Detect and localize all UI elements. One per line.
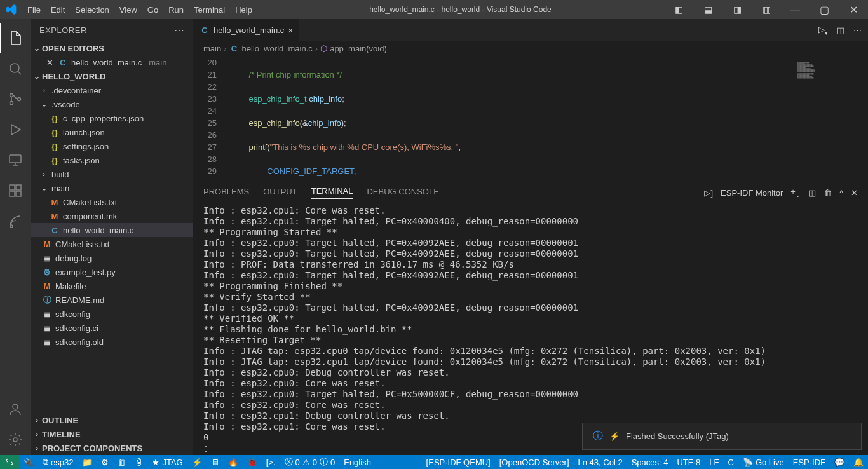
terminal-launch-icon[interactable]: ▷] bbox=[704, 188, 713, 198]
file-readme[interactable]: ⓘREADME.md bbox=[31, 293, 193, 307]
status-openocd[interactable]: [OpenOCD Server] bbox=[495, 455, 574, 469]
more-actions-icon[interactable]: ⋯ bbox=[853, 25, 862, 35]
remote-indicator[interactable] bbox=[0, 455, 19, 469]
tab-problems[interactable]: PROBLEMS bbox=[203, 187, 249, 199]
layout-left-icon[interactable]: ◧ bbox=[663, 0, 693, 19]
status-eol[interactable]: LF bbox=[705, 455, 723, 469]
file-makefile[interactable]: MMakefile bbox=[31, 279, 193, 293]
status-cursor-position[interactable]: Ln 43, Col 2 bbox=[574, 455, 627, 469]
menu-help[interactable]: Help bbox=[230, 0, 257, 19]
status-build-icon[interactable]: 🛢 bbox=[130, 455, 147, 469]
file-debug-log[interactable]: ≣debug.log bbox=[31, 251, 193, 265]
status-encoding[interactable]: UTF-8 bbox=[672, 455, 705, 469]
folder-build[interactable]: ›build bbox=[31, 167, 193, 181]
notification-toast[interactable]: ⓘ ⚡ Flashed Successfully (JTag) bbox=[582, 423, 862, 450]
file-cmakelists-root[interactable]: MCMakeLists.txt bbox=[31, 237, 193, 251]
menu-edit[interactable]: Edit bbox=[46, 0, 70, 19]
new-terminal-icon[interactable]: +⌄ bbox=[790, 187, 801, 198]
tab-terminal[interactable]: TERMINAL bbox=[311, 186, 353, 199]
status-indentation[interactable]: Spaces: 4 bbox=[627, 455, 673, 469]
timeline-section[interactable]: ›TIMELINE bbox=[31, 427, 193, 441]
status-feedback-icon[interactable]: 💬 bbox=[830, 455, 849, 469]
status-qemu[interactable]: [ESP-IDF QEMU] bbox=[422, 455, 495, 469]
status-monitor-icon[interactable]: 🖥 bbox=[207, 455, 224, 469]
status-flash-icon[interactable]: ⚡ bbox=[187, 455, 207, 469]
layout-right-icon[interactable]: ◨ bbox=[722, 0, 751, 19]
tab-debug-console[interactable]: DEBUG CONSOLE bbox=[367, 187, 438, 199]
close-editor-icon[interactable]: ✕ bbox=[44, 58, 55, 67]
minimap[interactable]: ████████████████████████████████████████… bbox=[792, 55, 868, 182]
file-sdkconfig-ci[interactable]: ≣sdkconfig.ci bbox=[31, 321, 193, 335]
open-editors-section[interactable]: ⌄OPEN EDITORS bbox=[31, 41, 193, 55]
status-golive[interactable]: 📡 Go Live bbox=[738, 455, 789, 469]
espressif-icon[interactable] bbox=[0, 206, 31, 236]
explorer-icon[interactable] bbox=[0, 23, 31, 53]
split-editor-icon[interactable]: ◫ bbox=[837, 25, 844, 35]
file-hello-world-main[interactable]: Chello_world_main.c bbox=[31, 223, 193, 237]
status-bell-icon[interactable]: 🔔 bbox=[849, 455, 868, 469]
maximize-panel-icon[interactable]: ^ bbox=[839, 188, 843, 198]
status-language-mode[interactable]: English bbox=[339, 455, 376, 469]
menu-run[interactable]: Run bbox=[163, 0, 189, 19]
accounts-icon[interactable] bbox=[0, 394, 31, 425]
minimize-icon[interactable]: — bbox=[780, 0, 810, 19]
outline-section[interactable]: ›OUTLINE bbox=[31, 413, 193, 427]
status-target[interactable]: ⧉ esp32 bbox=[38, 455, 78, 469]
status-terminal-icon[interactable]: [>. bbox=[262, 455, 280, 469]
breadcrumb[interactable]: main› Chello_world_main.c› ⬡app_main(voi… bbox=[193, 41, 868, 55]
remote-explorer-icon[interactable] bbox=[0, 145, 31, 175]
file-componentmk[interactable]: Mcomponent.mk bbox=[31, 209, 193, 223]
file-cmakelists-main[interactable]: MCMakeLists.txt bbox=[31, 195, 193, 209]
close-panel-icon[interactable]: ✕ bbox=[851, 188, 858, 198]
terminal-output[interactable]: Info : esp32.cpu1: Core was reset. Info … bbox=[193, 203, 868, 455]
status-espidf[interactable]: ESP-IDF bbox=[789, 455, 830, 469]
run-icon[interactable]: ▷▾ bbox=[818, 25, 828, 36]
file-cpp-properties[interactable]: {}c_cpp_properties.json bbox=[31, 111, 193, 125]
status-clean-icon[interactable]: 🗑 bbox=[113, 455, 130, 469]
menu-view[interactable]: View bbox=[114, 0, 142, 19]
folder-vscode[interactable]: ⌄.vscode bbox=[31, 97, 193, 111]
folder-devcontainer[interactable]: ›.devcontainer bbox=[31, 83, 193, 97]
settings-icon[interactable] bbox=[0, 425, 31, 455]
terminal-profile-label[interactable]: ESP-IDF Monitor bbox=[721, 188, 783, 198]
status-filetype[interactable]: C bbox=[724, 455, 738, 469]
menu-terminal[interactable]: Terminal bbox=[189, 0, 230, 19]
svg-point-3 bbox=[18, 98, 21, 101]
menu-go[interactable]: Go bbox=[142, 0, 163, 19]
status-bug-icon[interactable]: 🐞 bbox=[243, 455, 262, 469]
file-settings[interactable]: {}settings.json bbox=[31, 139, 193, 153]
tab-hello-world-main[interactable]: C hello_world_main.c × bbox=[193, 19, 300, 41]
file-example-test[interactable]: ⚙example_test.py bbox=[31, 265, 193, 279]
status-flame-icon[interactable]: 🔥 bbox=[224, 455, 243, 469]
status-folder-icon[interactable]: 📁 bbox=[78, 455, 97, 469]
close-icon[interactable]: ✕ bbox=[839, 0, 868, 19]
code-editor[interactable]: 20212223242526272829 /* Print chip infor… bbox=[193, 55, 868, 182]
project-components-section[interactable]: ›PROJECT COMPONENTS bbox=[31, 441, 193, 455]
maximize-icon[interactable]: ▢ bbox=[810, 0, 839, 19]
sidebar-more-icon[interactable]: ⋯ bbox=[174, 24, 185, 36]
layout-grid-icon[interactable]: ▥ bbox=[751, 0, 780, 19]
status-gear-icon[interactable]: ⚙ bbox=[97, 455, 113, 469]
run-debug-icon[interactable] bbox=[0, 114, 31, 145]
file-sdkconfig-old[interactable]: ≣sdkconfig.old bbox=[31, 335, 193, 349]
code-content[interactable]: /* Print chip information */ esp_chip_in… bbox=[228, 55, 868, 182]
layout-bottom-icon[interactable]: ⬓ bbox=[693, 0, 722, 19]
menu-file[interactable]: File bbox=[22, 0, 46, 19]
menu-selection[interactable]: Selection bbox=[70, 0, 114, 19]
status-problems[interactable]: ⓧ 0 ⚠ 0 ⓘ 0 bbox=[280, 455, 340, 469]
folder-main[interactable]: ⌄main bbox=[31, 181, 193, 195]
extensions-icon[interactable] bbox=[0, 175, 31, 206]
file-sdkconfig[interactable]: ≣sdkconfig bbox=[31, 307, 193, 321]
open-editor-item[interactable]: ✕ C hello_world_main.c main bbox=[31, 55, 193, 69]
project-folder-section[interactable]: ⌄HELLO_WORLD bbox=[31, 69, 193, 83]
status-flash-method[interactable]: ★ JTAG bbox=[147, 455, 187, 469]
file-launch[interactable]: {}launch.json bbox=[31, 125, 193, 139]
file-tasks[interactable]: {}tasks.json bbox=[31, 153, 193, 167]
kill-terminal-icon[interactable]: 🗑 bbox=[824, 188, 832, 198]
status-plug-icon[interactable]: 🔌 bbox=[19, 455, 38, 469]
tab-close-icon[interactable]: × bbox=[288, 25, 293, 36]
tab-output[interactable]: OUTPUT bbox=[263, 187, 297, 199]
search-icon[interactable] bbox=[0, 53, 31, 84]
source-control-icon[interactable] bbox=[0, 84, 31, 114]
split-terminal-icon[interactable]: ◫ bbox=[808, 188, 816, 198]
